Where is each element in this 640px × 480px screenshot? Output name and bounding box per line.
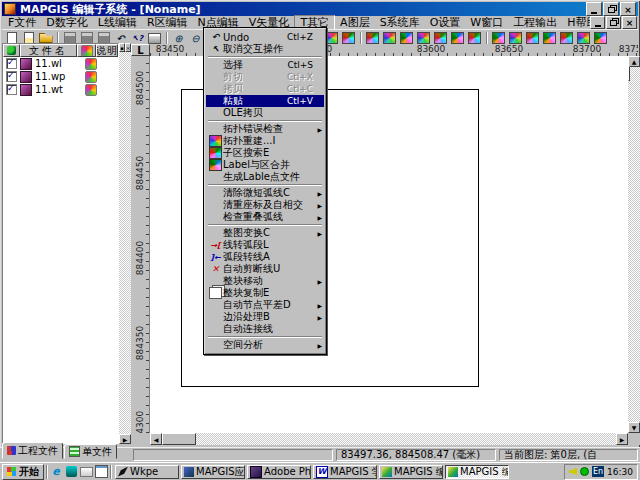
minimize-button[interactable] — [586, 2, 602, 16]
horizontal-scrollbar[interactable]: ◀ ▶ — [150, 433, 628, 445]
restore-button[interactable] — [603, 2, 619, 16]
menu-item-icon — [210, 60, 221, 70]
menu-item-icon-cell — [208, 159, 223, 171]
menu-item-icon-cell — [208, 188, 223, 198]
panel-tab[interactable]: 工程文件 — [2, 442, 63, 459]
header-desc-cell[interactable]: 说明 — [96, 44, 118, 57]
mdi-close-button[interactable]: × — [622, 16, 637, 29]
header-tree-cell[interactable] — [3, 44, 20, 57]
file-row[interactable]: 11.wt — [3, 83, 118, 96]
toolbar-button[interactable] — [129, 31, 146, 45]
menu-item-icon — [210, 228, 221, 238]
toolbar-button[interactable] — [490, 31, 507, 45]
task-button[interactable]: MAPGIS 编辑子... — [445, 465, 509, 479]
toolbar-button[interactable] — [541, 31, 558, 45]
menu-bar-item[interactable]: L线编辑 — [93, 16, 142, 29]
toolbar-button[interactable] — [483, 31, 490, 45]
menu-item-icon-cell — [208, 300, 223, 310]
mdi-minimize-button[interactable] — [590, 16, 605, 29]
toolbar-button[interactable] — [524, 31, 541, 45]
menu-bar-item[interactable]: 工程输出 — [508, 16, 562, 29]
toolbar-button[interactable] — [575, 31, 592, 45]
menu-bar-item[interactable]: A图层 — [335, 16, 375, 29]
menu-bar-item[interactable]: D数字化 — [41, 16, 92, 29]
toolbar-button[interactable] — [146, 31, 163, 45]
menu-item[interactable]: 取消交互操作 — [206, 43, 324, 55]
scroll-down-button[interactable]: ▼ — [628, 422, 640, 433]
task-buttons: Wkpe MAPGIS应用程... Adobe Photoshop MAPGIS… — [113, 465, 509, 479]
toolbar-icon — [594, 32, 607, 44]
menu-bar-item[interactable]: W窗口 — [465, 16, 508, 29]
menu-item-icon — [210, 44, 221, 54]
mdi-restore-button[interactable] — [606, 16, 621, 29]
toolbar-button[interactable] — [432, 31, 449, 45]
toolbar-button[interactable] — [449, 31, 466, 45]
quick-launch-button[interactable] — [79, 465, 93, 478]
toolbar-button[interactable] — [507, 31, 524, 45]
file-row[interactable]: 11.wp — [3, 70, 118, 83]
toolbar-button[interactable] — [398, 31, 415, 45]
menu-item-shortcut: Ctl+C — [287, 84, 314, 94]
toolbar-button[interactable] — [163, 31, 170, 45]
task-button[interactable]: MAPGIS 学习笔... — [313, 465, 377, 479]
toolbar-icon — [115, 33, 126, 44]
menu-item-icon-cell — [208, 264, 223, 274]
file-name: 11.wt — [35, 84, 79, 95]
input-language-badge[interactable]: En — [592, 466, 604, 477]
ruler-label: 884450 — [135, 155, 145, 191]
tray-status-icon[interactable] — [580, 467, 589, 476]
volume-icon[interactable] — [569, 468, 577, 476]
task-button[interactable]: Wkpe — [115, 465, 179, 479]
task-button[interactable]: Adobe Photoshop — [247, 465, 311, 479]
menu-bar-item[interactable]: F文件 — [3, 16, 41, 29]
file-checkbox[interactable] — [6, 84, 17, 95]
file-name: 11.wl — [35, 58, 79, 69]
close-button[interactable]: × — [620, 2, 636, 16]
toolbar-button[interactable] — [340, 31, 357, 45]
menu-bar-item[interactable]: S系统库 — [375, 16, 425, 29]
toolbar-button[interactable] — [170, 31, 187, 45]
toolbar-button[interactable] — [364, 31, 381, 45]
toolbar-button[interactable] — [558, 31, 575, 45]
header-filename-cell[interactable]: 文件名 — [20, 44, 77, 57]
toolbar-icon — [526, 32, 539, 44]
file-row[interactable]: 11.wl — [3, 57, 118, 70]
toolbar-button[interactable] — [381, 31, 398, 45]
start-button[interactable]: 开始 — [2, 464, 44, 480]
scroll-left-button[interactable]: ◀ — [150, 433, 162, 445]
panel-tab[interactable]: 单文件 — [64, 444, 117, 459]
file-checkbox[interactable] — [6, 71, 17, 82]
toolbar-button[interactable] — [415, 31, 432, 45]
toolbar-button[interactable] — [466, 31, 483, 45]
menu-bar-item[interactable]: R区编辑 — [142, 16, 193, 29]
tab-label: 工程文件 — [18, 444, 58, 458]
task-button[interactable]: MAPGIS应用程... — [181, 465, 245, 479]
ruler-corner-button[interactable]: L — [131, 44, 150, 56]
task-button[interactable]: MAPGIS 编辑子... — [379, 465, 443, 479]
menu-item[interactable]: 自动连接线 — [206, 323, 324, 335]
menu-item-icon-cell — [208, 147, 223, 159]
vertical-scrollbar[interactable]: ▲ ▼ — [628, 56, 640, 433]
menu-item-icon — [210, 212, 221, 222]
panel-scrollbar[interactable]: ▪ × ▶ — [119, 43, 131, 444]
edit-flag-icon — [85, 71, 97, 83]
menu-item-icon — [210, 188, 221, 198]
menu-item-icon — [210, 240, 221, 250]
menu-item[interactable]: 空间分析 — [206, 339, 324, 351]
menu-item-icon — [210, 340, 221, 350]
quick-launch-button[interactable] — [64, 465, 78, 478]
panel-scroll-right-button[interactable]: ▶ — [119, 434, 131, 444]
menu-bar-item[interactable]: O设置 — [425, 16, 466, 29]
vertical-scroll-thumb[interactable] — [628, 66, 630, 81]
horizontal-scroll-thumb[interactable] — [162, 433, 196, 445]
toolbar-button[interactable] — [357, 31, 364, 45]
menu-item[interactable]: 检查重叠弧线 — [206, 211, 324, 223]
scroll-right-button[interactable]: ▶ — [616, 433, 628, 445]
menu-item[interactable]: OLE拷贝 — [206, 107, 324, 119]
quick-launch-button[interactable] — [94, 465, 108, 478]
quick-launch-button[interactable] — [49, 465, 63, 478]
file-checkbox[interactable] — [6, 58, 17, 69]
menu-item[interactable]: 生成Lable点文件 — [206, 171, 324, 183]
toolbar-button[interactable] — [592, 31, 609, 45]
header-flag-cell[interactable] — [77, 44, 96, 57]
